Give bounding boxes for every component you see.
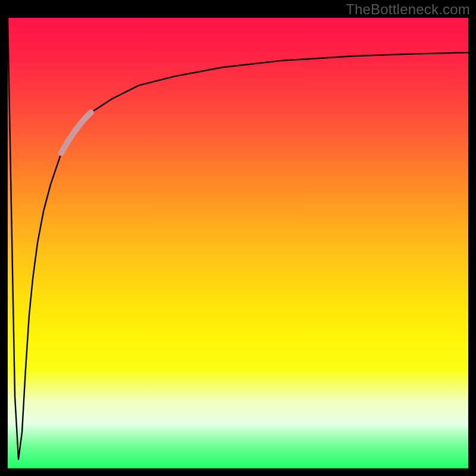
plot-area <box>8 18 468 468</box>
curve-svg <box>8 18 468 468</box>
bottleneck-curve <box>8 18 468 459</box>
chart-frame: TheBottleneck.com <box>0 0 476 476</box>
highlight-segment <box>61 112 91 153</box>
watermark-label: TheBottleneck.com <box>346 1 470 18</box>
